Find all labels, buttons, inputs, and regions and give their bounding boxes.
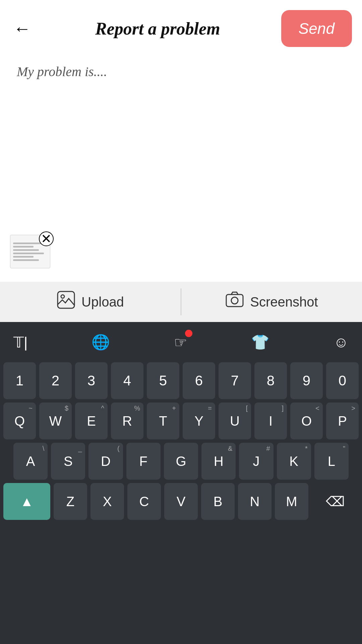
remove-attachment-button[interactable]: ✕ [39, 231, 54, 246]
asdf-row: \A _S (D F G &H #J *K "L [3, 443, 359, 480]
key-h[interactable]: &H [201, 443, 236, 480]
keyboard: 𝕋| 🌐 ☞ 👕 ☺ 1 2 3 4 5 6 7 8 9 0 [0, 322, 362, 644]
sub-t: + [172, 405, 176, 412]
mic-key[interactable]: ☞ [171, 330, 190, 354]
key-2[interactable]: 2 [39, 362, 72, 399]
key-j[interactable]: #J [239, 443, 273, 480]
upload-label: Upload [81, 294, 124, 310]
key-r[interactable]: %R [111, 402, 143, 439]
thumb-line-6 [13, 259, 39, 261]
camera-icon [225, 290, 244, 313]
svg-rect-2 [226, 294, 243, 307]
svg-point-1 [61, 295, 64, 298]
key-7[interactable]: 7 [219, 362, 251, 399]
thumb-line-3 [13, 249, 39, 251]
key-0[interactable]: 0 [326, 362, 359, 399]
thumb-line-2 [13, 246, 34, 248]
key-c[interactable]: C [127, 483, 161, 520]
svg-rect-0 [58, 291, 74, 308]
sub-u: [ [246, 405, 248, 412]
keyboard-special-row: 𝕋| 🌐 ☞ 👕 ☺ [0, 322, 362, 362]
upload-icon [57, 290, 75, 313]
key-6[interactable]: 6 [183, 362, 215, 399]
key-p[interactable]: >P [326, 402, 359, 439]
number-row: 1 2 3 4 5 6 7 8 9 0 [3, 362, 359, 399]
thumb-line-5 [13, 256, 34, 258]
delete-key[interactable]: ⌫ [312, 483, 359, 520]
zxcvbnm-row: ▲ Z X C V B N M ⌫ [3, 483, 359, 520]
key-3[interactable]: 3 [75, 362, 108, 399]
screenshot-label: Screenshot [250, 294, 318, 310]
key-z[interactable]: Z [54, 483, 87, 520]
key-y[interactable]: =Y [183, 402, 215, 439]
key-b[interactable]: B [201, 483, 235, 520]
sub-q: ~ [28, 405, 33, 412]
sub-k: * [305, 445, 308, 452]
key-1[interactable]: 1 [3, 362, 36, 399]
key-s[interactable]: _S [51, 443, 85, 480]
sub-r: % [134, 405, 140, 412]
sub-l: " [343, 445, 345, 452]
page-title: Report a problem [34, 19, 281, 39]
shirt-icon: 👕 [251, 334, 269, 350]
key-9[interactable]: 9 [290, 362, 323, 399]
key-i[interactable]: ]I [254, 402, 287, 439]
shirt-key[interactable]: 👕 [248, 330, 273, 354]
key-e[interactable]: ^E [75, 402, 108, 439]
key-k[interactable]: *K [277, 443, 311, 480]
key-a[interactable]: \A [13, 443, 48, 480]
shift-icon: ▲ [20, 494, 34, 509]
key-v[interactable]: V [164, 483, 198, 520]
send-button[interactable]: Send [281, 10, 352, 47]
problem-placeholder: My problem is.... [17, 64, 107, 79]
close-icon: ✕ [41, 232, 52, 245]
key-5[interactable]: 5 [147, 362, 179, 399]
text-style-key[interactable]: 𝕋| [10, 330, 31, 354]
sub-s: _ [78, 445, 82, 452]
sub-e: ^ [101, 405, 104, 412]
sub-o: < [315, 405, 319, 412]
attachment-section: ✕ [0, 228, 362, 282]
key-t[interactable]: +T [147, 402, 179, 439]
key-l[interactable]: "L [314, 443, 349, 480]
svg-point-3 [231, 297, 238, 304]
sub-j: # [266, 445, 270, 452]
qwerty-row: ~Q $W ^E %R +T =Y [U ]I <O >P [3, 402, 359, 439]
emoji-icon: ☺ [334, 334, 349, 350]
mic-icon: ☞ [174, 334, 187, 351]
key-w[interactable]: $W [39, 402, 72, 439]
globe-key[interactable]: 🌐 [88, 330, 113, 354]
sub-w: $ [65, 405, 68, 412]
thumb-line-4 [13, 253, 44, 254]
key-f[interactable]: F [126, 443, 161, 480]
problem-input-area[interactable]: My problem is.... [0, 54, 362, 90]
key-x[interactable]: X [90, 483, 124, 520]
key-o[interactable]: <O [290, 402, 323, 439]
text-style-icon: 𝕋| [13, 334, 27, 351]
key-g[interactable]: G [164, 443, 198, 480]
thumb-line-1 [13, 243, 44, 244]
screenshot-button[interactable]: Screenshot [181, 290, 362, 313]
upload-button[interactable]: Upload [0, 290, 181, 313]
back-button[interactable]: ← [10, 16, 34, 41]
header: ← Report a problem Send [0, 0, 362, 54]
keyboard-main: 1 2 3 4 5 6 7 8 9 0 ~Q $W ^E %R +T =Y [U… [0, 362, 362, 520]
globe-icon: 🌐 [92, 334, 110, 350]
sub-d: ( [117, 445, 120, 452]
thumbnail-item: ✕ [10, 235, 57, 275]
key-n[interactable]: N [238, 483, 272, 520]
sub-y: = [208, 405, 212, 412]
shift-key[interactable]: ▲ [3, 483, 50, 520]
key-u[interactable]: [U [219, 402, 251, 439]
sub-i: ] [282, 405, 284, 412]
key-8[interactable]: 8 [254, 362, 287, 399]
key-m[interactable]: M [275, 483, 308, 520]
key-d[interactable]: (D [88, 443, 123, 480]
sub-p: > [351, 405, 355, 412]
delete-icon: ⌫ [326, 494, 345, 509]
key-q[interactable]: ~Q [3, 402, 36, 439]
record-indicator [185, 330, 192, 337]
sub-a: \ [43, 445, 45, 452]
key-4[interactable]: 4 [111, 362, 143, 399]
emoji-key[interactable]: ☺ [330, 330, 352, 354]
